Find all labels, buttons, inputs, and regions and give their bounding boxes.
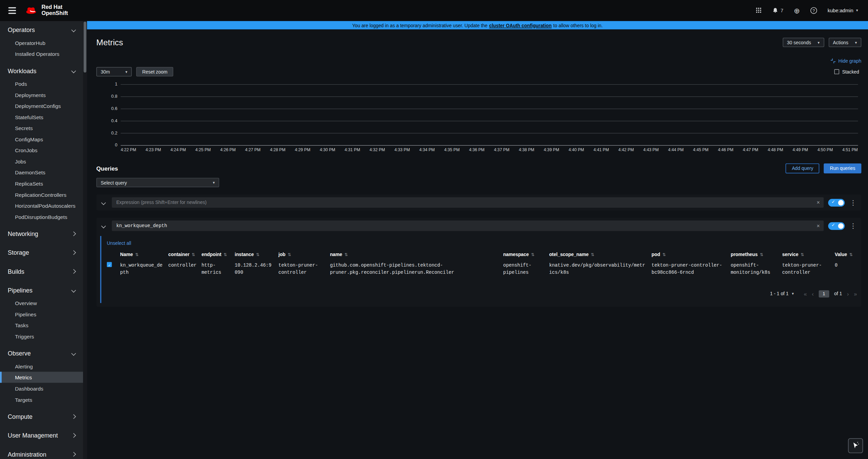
app-launcher-button[interactable] — [756, 8, 761, 13]
query-2-expression-input[interactable] — [112, 221, 824, 231]
refresh-interval-dropdown[interactable]: 30 seconds ▾ — [783, 38, 824, 47]
query-2-results: Unselect all Name⇅container⇅endpoint⇅ins… — [100, 236, 857, 303]
stacked-control: Stacked — [834, 69, 861, 75]
sidebar-item-statefulsets[interactable]: StatefulSets — [0, 111, 83, 123]
row-select-cell — [107, 260, 120, 278]
column-header-prometheus[interactable]: prometheus⇅ — [731, 249, 782, 260]
stacked-checkbox[interactable] — [834, 69, 839, 74]
column-header-service[interactable]: service⇅ — [782, 249, 835, 260]
query-2-kebab-menu[interactable]: ⋮ — [849, 222, 857, 229]
first-page-button[interactable]: « — [804, 290, 807, 297]
column-header-name[interactable]: name⇅ — [330, 249, 503, 260]
brand-logo[interactable]: Red Hat OpenShift — [26, 4, 68, 16]
sidebar-item-deployments[interactable]: Deployments — [0, 89, 83, 100]
last-page-button[interactable]: » — [854, 290, 857, 297]
sidebar-item-poddisruptionbudgets[interactable]: PodDisruptionBudgets — [0, 211, 83, 222]
sidebar-section-toggle-pipelines[interactable]: Pipelines — [0, 283, 83, 297]
sidebar-section-toggle-networking[interactable]: Networking — [0, 226, 83, 241]
pagination-summary-dropdown[interactable]: 1 - 1 of 1 ▾ — [770, 291, 794, 296]
sidebar-item-cronjobs[interactable]: CronJobs — [0, 145, 83, 156]
sidebar-item-pods[interactable]: Pods — [0, 78, 83, 89]
reset-zoom-button[interactable]: Reset zoom — [136, 67, 174, 77]
unselect-all-link[interactable]: Unselect all — [107, 240, 131, 246]
x-tick-label: 4:32 PM — [370, 147, 385, 153]
sidebar-section-toggle-workloads[interactable]: Workloads — [0, 64, 83, 78]
sidebar-section-toggle-administration[interactable]: Administration — [0, 447, 83, 459]
x-tick-label: 4:33 PM — [394, 147, 410, 153]
query-2-expander-button[interactable] — [100, 224, 108, 227]
sort-icon: ⇅ — [192, 252, 195, 257]
select-query-dropdown[interactable]: Select query ▾ — [96, 178, 219, 187]
actions-dropdown[interactable]: Actions ▾ — [829, 38, 862, 47]
query-1-enabled-toggle[interactable]: ✓ — [828, 199, 845, 206]
sidebar-item-overview[interactable]: Overview — [0, 298, 83, 309]
sidebar-section-toggle-builds[interactable]: Builds — [0, 264, 83, 279]
sidebar-section-observe: ObserveAlertingMetricsDashboardsTargets — [0, 346, 83, 405]
column-header-label: instance — [235, 252, 254, 257]
sidebar-item-alerting[interactable]: Alerting — [0, 361, 83, 372]
query-1-kebab-menu[interactable]: ⋮ — [849, 199, 857, 206]
notifications-button[interactable]: 7 — [772, 7, 784, 14]
sidebar-section-toggle-operators[interactable]: Operators — [0, 23, 83, 37]
column-header-value[interactable]: Value⇅ — [835, 249, 866, 260]
sidebar-item-daemonsets[interactable]: DaemonSets — [0, 167, 83, 178]
sidebar-item-configmaps[interactable]: ConfigMaps — [0, 133, 83, 145]
sidebar-item-dashboards[interactable]: Dashboards — [0, 383, 83, 394]
sidebar-item-operatorhub[interactable]: OperatorHub — [0, 37, 83, 48]
query-1-expression-input[interactable] — [112, 197, 824, 208]
chart-gridline — [121, 145, 858, 146]
add-query-button[interactable]: Add query — [786, 163, 819, 173]
sidebar-item-installed-operators[interactable]: Installed Operators — [0, 48, 83, 60]
column-header-label: endpoint — [201, 252, 221, 257]
current-page-input[interactable]: 1 — [819, 290, 829, 297]
hide-graph-link[interactable]: Hide graph — [831, 58, 861, 64]
sidebar-item-deploymentconfigs[interactable]: DeploymentConfigs — [0, 100, 83, 111]
sidebar-item-tasks[interactable]: Tasks — [0, 320, 83, 331]
sidebar-scrollbar-thumb[interactable] — [84, 21, 86, 73]
sidebar-scrollbar[interactable] — [83, 21, 87, 459]
sidebar-item-secrets[interactable]: Secrets — [0, 123, 83, 134]
sidebar-section-toggle-observe[interactable]: Observe — [0, 346, 83, 361]
column-header-job[interactable]: job⇅ — [278, 249, 330, 260]
sidebar-item-horizontalpodautoscalers[interactable]: HorizontalPodAutoscalers — [0, 200, 83, 211]
x-tick-label: 4:23 PM — [146, 147, 161, 153]
sidebar-item-metrics[interactable]: Metrics — [0, 372, 83, 383]
sidebar-item-targets[interactable]: Targets — [0, 394, 83, 405]
column-header-pod[interactable]: pod⇅ — [652, 249, 731, 260]
question-circle-icon: ? — [810, 7, 817, 14]
prev-page-button[interactable]: ‹ — [812, 290, 814, 297]
sidebar-section-toggle-storage[interactable]: Storage — [0, 246, 83, 260]
sidebar-item-triggers[interactable]: Triggers — [0, 331, 83, 342]
sidebar-item-replicationcontrollers[interactable]: ReplicationControllers — [0, 189, 83, 200]
sidebar-section-toggle-user-management[interactable]: User Management — [0, 428, 83, 443]
sidebar-item-jobs[interactable]: Jobs — [0, 156, 83, 167]
table-header-row: Name⇅container⇅endpoint⇅instance⇅job⇅nam… — [107, 249, 866, 260]
nav-toggle-button[interactable] — [4, 3, 19, 18]
next-page-button[interactable]: › — [847, 290, 849, 297]
query-2-enabled-toggle[interactable]: ✓ — [828, 222, 845, 230]
x-tick-label: 4:29 PM — [295, 147, 310, 153]
sidebar-item-replicasets[interactable]: ReplicaSets — [0, 178, 83, 189]
query-1-clear-button[interactable]: × — [815, 199, 821, 206]
column-header-otel-scope-name[interactable]: otel_scope_name⇅ — [549, 249, 652, 260]
run-queries-button[interactable]: Run queries — [824, 163, 861, 173]
series-checkbox[interactable] — [107, 262, 112, 267]
column-header-namespace[interactable]: namespace⇅ — [503, 249, 549, 260]
column-header-instance[interactable]: instance⇅ — [235, 249, 279, 260]
oauth-config-link[interactable]: cluster OAuth configuration — [489, 22, 552, 28]
chevron-down-icon: ▾ — [856, 8, 858, 13]
x-tick-label: 4:49 PM — [792, 147, 808, 153]
timespan-dropdown[interactable]: 30m ▾ — [96, 67, 132, 77]
cursor-arrow-icon — [852, 442, 859, 449]
add-resource-button[interactable]: ⊕ — [794, 7, 800, 14]
column-header-name[interactable]: Name⇅ — [120, 249, 168, 260]
query-2-clear-button[interactable]: × — [815, 222, 821, 229]
sidebar-section-toggle-compute[interactable]: Compute — [0, 409, 83, 424]
help-button[interactable]: ? — [810, 7, 817, 14]
user-menu[interactable]: kube:admin ▾ — [828, 8, 858, 13]
query-1-expander-button[interactable] — [100, 201, 108, 204]
column-header-container[interactable]: container⇅ — [168, 249, 202, 260]
assistant-launcher-button[interactable] — [848, 438, 863, 453]
sidebar-item-pipelines[interactable]: Pipelines — [0, 308, 83, 320]
column-header-endpoint[interactable]: endpoint⇅ — [201, 249, 235, 260]
